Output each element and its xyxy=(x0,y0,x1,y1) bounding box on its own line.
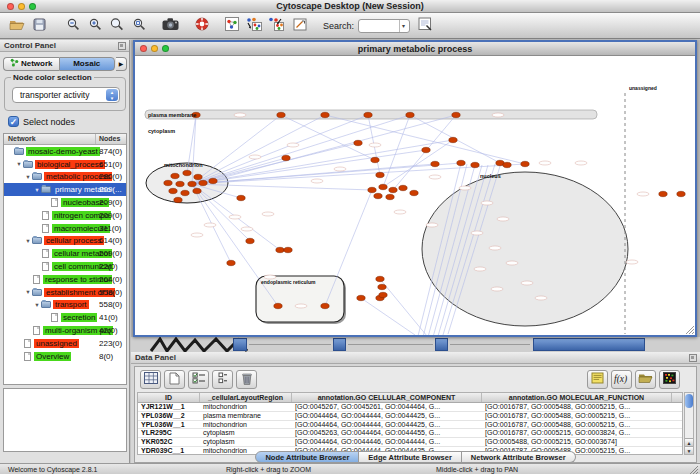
zoom-out-button[interactable] xyxy=(62,15,84,37)
network-box-icon xyxy=(225,17,239,34)
cell: cytoplasm xyxy=(200,438,292,446)
import-attributes-button[interactable] xyxy=(635,370,656,389)
tree-row-nucleobase[interactable]: nucleobase-209(0) xyxy=(4,196,126,209)
minimize-button[interactable] xyxy=(18,3,25,10)
tree-row-macromolecule[interactable]: macromolecule311(0) xyxy=(4,222,126,235)
tab-node-attribute-browser[interactable]: Node Attribute Browser xyxy=(255,451,359,463)
save-session-button[interactable] xyxy=(28,15,50,37)
configure-search-button[interactable] xyxy=(414,15,436,37)
tree-row-multi-organism-pro[interactable]: multi-organism pro42(0) xyxy=(4,324,126,337)
expand-arrow-icon[interactable]: ▼ xyxy=(24,289,32,295)
tree-row-transport[interactable]: ▼transport558(0) xyxy=(4,299,126,312)
tree-row-node-count: 41(0) xyxy=(99,313,126,322)
frame-resize-grip[interactable] xyxy=(685,325,694,334)
network-canvas[interactable]: plasma membranecytoplasmmitochondrionnuc… xyxy=(135,57,695,335)
float-panel-icon[interactable] xyxy=(118,42,126,50)
tab-mosaic[interactable]: Mosaic xyxy=(59,57,116,71)
search-input[interactable] xyxy=(359,20,399,32)
tree-row-node-count: 42(0) xyxy=(99,326,126,335)
checklist-icon xyxy=(192,372,206,387)
help-button[interactable] xyxy=(191,15,213,37)
tree-row-mosaic-demo-yeast[interactable]: mosaic-demo-yeast874(0) xyxy=(4,145,126,158)
background-frame-edge[interactable] xyxy=(233,338,247,351)
close-button[interactable] xyxy=(7,3,14,10)
scrollbar-thumb[interactable] xyxy=(685,394,693,408)
column-header-annotation-go-cellular-component[interactable]: annotation.GO CELLULAR_COMPONENT xyxy=(292,393,482,402)
search-field: ▾ xyxy=(358,19,410,33)
tree-row-response-to-stimul[interactable]: response to stimul264(0) xyxy=(4,273,126,286)
expand-arrow-icon[interactable]: ▼ xyxy=(33,302,41,308)
background-frame-titlebar[interactable] xyxy=(533,338,645,351)
tab-overflow-button[interactable]: ▶ xyxy=(116,57,127,71)
float-panel-icon[interactable] xyxy=(689,354,697,362)
scroll-up-button[interactable]: ▲ xyxy=(685,438,693,446)
column-header-id[interactable]: ID xyxy=(138,393,200,402)
table-row-ypl036w-2[interactable]: YPL036W__2plasma membrane[GO:0044464, GO… xyxy=(138,412,682,421)
tab-edge-attribute-browser[interactable]: Edge Attribute Browser xyxy=(359,451,461,463)
tab-network[interactable]: Network xyxy=(3,57,59,71)
zoom-in-button[interactable] xyxy=(84,15,106,37)
new-attribute-button[interactable] xyxy=(164,370,185,389)
background-frame-edge[interactable] xyxy=(333,338,346,351)
table-row-ykr052c[interactable]: YKR052Ccytoplasm[GO:0044464, GO:0044446,… xyxy=(138,438,682,447)
zoom-window-button[interactable] xyxy=(29,3,36,10)
expand-arrow-icon[interactable]: ▼ xyxy=(15,161,23,167)
tree-row-nitrogen-compo[interactable]: nitrogen compo209(0) xyxy=(4,209,126,222)
table-row-ylr295c[interactable]: YLR295Ccytoplasm[GO:0045263, GO:0044464,… xyxy=(138,429,682,438)
table-row-ypl036w-1[interactable]: YPL036W__1mitochondrion[GO:0044464, GO:0… xyxy=(138,421,682,430)
tree-row-secretion[interactable]: secretion41(0) xyxy=(4,311,126,324)
formula-button[interactable]: f(x) xyxy=(611,370,632,389)
column-header-annotation-go-molecular-function[interactable]: annotation.GO MOLECULAR_FUNCTION xyxy=(482,393,672,402)
trash-icon xyxy=(241,372,253,388)
table-scrollbar: ▲ ▼ xyxy=(684,392,694,455)
select-nodes-checkbox[interactable]: ✓ xyxy=(8,116,19,127)
zoom-fit-button[interactable] xyxy=(128,15,150,37)
notes-button[interactable] xyxy=(587,370,608,389)
tree-row-biological-process[interactable]: ▼biological_process651(0) xyxy=(4,158,126,171)
tree-column-nodes: Nodes xyxy=(99,135,120,142)
frame-minimize-button[interactable] xyxy=(151,45,158,52)
tree-row-metabolic-process[interactable]: ▼metabolic process280(0) xyxy=(4,171,126,184)
node-color-select[interactable]: transporter activity ▲▼ xyxy=(12,87,120,103)
open-session-button[interactable] xyxy=(6,15,28,37)
main-toolbar: Search: ▾ xyxy=(0,13,700,39)
tree-row-unassigned[interactable]: unassigned223(0) xyxy=(4,337,126,350)
fx-icon: f(x) xyxy=(613,372,630,387)
tree-row-node-count: 311(0) xyxy=(99,224,126,233)
tree-row-node-count: 8(0) xyxy=(99,352,126,361)
tree-row-cellular-process[interactable]: ▼cellular process614(0) xyxy=(4,235,126,248)
color-matrix-button[interactable] xyxy=(659,370,680,389)
tab-network-attribute-browser[interactable]: Network Attribute Browser xyxy=(462,451,576,463)
zoom-selected-button[interactable] xyxy=(106,15,128,37)
select-attributes-button[interactable] xyxy=(188,370,209,389)
tree-row-overview[interactable]: Overview8(0) xyxy=(4,350,126,363)
tree-row-cellular-metabol[interactable]: cellular metabol209(0) xyxy=(4,247,126,260)
snapshot-button[interactable] xyxy=(160,15,182,37)
apply-layout-button[interactable] xyxy=(243,15,265,37)
expand-arrow-icon[interactable]: ▼ xyxy=(33,187,41,193)
tree-row-cell-communicat[interactable]: cell communicat22(0) xyxy=(4,260,126,273)
frame-zoom-button[interactable] xyxy=(162,45,169,52)
attribute-grid-button[interactable] xyxy=(140,370,161,389)
table-row-yjr121w-1[interactable]: YJR121W__1mitochondrion[GO:0045267, GO:0… xyxy=(138,403,682,412)
expand-arrow-icon[interactable]: ▼ xyxy=(24,238,32,244)
tree-row-node-count: 209(0) xyxy=(99,249,126,258)
annotation-button[interactable] xyxy=(289,15,311,37)
unselect-attributes-button[interactable] xyxy=(212,370,233,389)
frame-close-button[interactable] xyxy=(140,45,147,52)
delete-attribute-button[interactable] xyxy=(236,370,257,389)
window-resize-grip[interactable] xyxy=(689,465,699,474)
tree-row-establishment-of-lo[interactable]: ▼establishment of lo558(0) xyxy=(4,286,126,299)
folder-icon xyxy=(23,161,33,168)
tree-row-primary-metabo[interactable]: ▼primary metabo209(... xyxy=(4,183,126,196)
expand-arrow-icon[interactable]: ▼ xyxy=(24,174,32,180)
network-window-titlebar[interactable]: primary metabolic process xyxy=(135,42,695,56)
column-header-cellularlayoutregion[interactable]: _cellularLayoutRegion xyxy=(200,393,292,402)
network-tree-header[interactable]: Network Nodes xyxy=(4,134,126,145)
select-nodes-label: Select nodes xyxy=(23,117,75,127)
apply-layout-alt-button[interactable] xyxy=(265,15,287,37)
vizmapper-button[interactable] xyxy=(221,15,243,37)
search-dropdown-arrow-icon[interactable]: ▾ xyxy=(399,20,407,32)
column-divider xyxy=(95,134,96,144)
background-frame-edge[interactable] xyxy=(435,338,448,351)
